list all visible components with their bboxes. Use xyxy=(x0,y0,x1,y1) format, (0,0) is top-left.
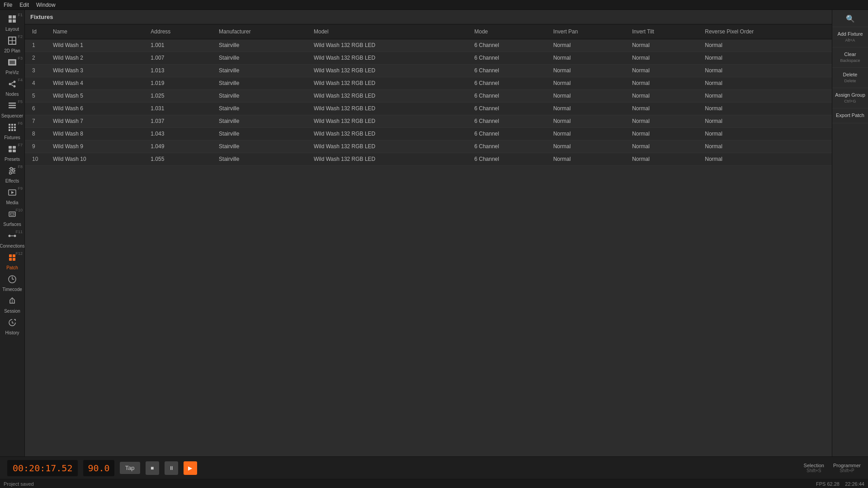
fkey-layout: F1 xyxy=(18,13,23,17)
col-header-model[interactable]: Model xyxy=(308,24,469,39)
sidebar-label-layout: Layout xyxy=(5,27,19,32)
menu-window[interactable]: Window xyxy=(36,2,56,8)
menu-edit[interactable]: Edit xyxy=(19,2,29,8)
cell-address: 1.043 xyxy=(145,127,213,140)
sidebar-label-timecode: Timecode xyxy=(2,287,22,292)
programmer-shortcut: Shift+P xyxy=(833,468,861,473)
col-header-invert-tilt[interactable]: Invert Tilt xyxy=(627,24,699,39)
add-fixture-button[interactable]: Add Fixture Alt+A xyxy=(832,27,868,47)
nodes-icon xyxy=(8,80,17,91)
col-header-name[interactable]: Name xyxy=(47,24,145,39)
cell-name: Wild Wash 8 xyxy=(47,127,145,140)
fkey-connections: F11 xyxy=(15,230,23,234)
sidebar-label-presets: Presets xyxy=(5,157,20,162)
sidebar-item-session[interactable]: Session xyxy=(0,294,24,315)
cell-invert-tilt: Normal xyxy=(627,39,699,52)
fps-time-text: FPS 62.28 22:26:44 xyxy=(816,481,864,487)
table-row[interactable]: 7 Wild Wash 7 1.037 Stairville Wild Wash… xyxy=(25,115,832,127)
sidebar-item-previz[interactable]: F3 PreViz xyxy=(0,55,24,77)
sidebar-item-patch[interactable]: F12 Patch xyxy=(0,250,24,272)
cell-address: 1.025 xyxy=(145,89,213,102)
table-row[interactable]: 6 Wild Wash 6 1.031 Stairville Wild Wash… xyxy=(25,102,832,115)
programmer-section[interactable]: Programmer Shift+P xyxy=(833,463,861,473)
cell-invert-tilt: Normal xyxy=(627,52,699,64)
cell-mode: 6 Channel xyxy=(469,140,547,153)
table-row[interactable]: 8 Wild Wash 8 1.043 Stairville Wild Wash… xyxy=(25,127,832,140)
svg-rect-22 xyxy=(14,127,16,128)
export-patch-label: Export Patch xyxy=(836,113,864,118)
cell-address: 1.013 xyxy=(145,64,213,77)
status-text: Project saved xyxy=(4,481,34,487)
table-row[interactable]: 9 Wild Wash 9 1.049 Stairville Wild Wash… xyxy=(25,140,832,153)
transport-bar: 00:20:17.52 90.0 Tap ■ ⏸ ▶ Selection Shi… xyxy=(0,456,868,479)
export-patch-button[interactable]: Export Patch xyxy=(832,108,868,123)
fkey-media: F9 xyxy=(18,186,23,191)
col-header-invert-pan[interactable]: Invert Pan xyxy=(548,24,627,39)
delete-shortcut: Delete xyxy=(834,79,866,84)
menu-file[interactable]: File xyxy=(4,2,12,8)
sidebar-item-history[interactable]: History xyxy=(0,315,24,337)
sidebar-item-sequencer[interactable]: F5 Sequencer xyxy=(0,99,24,120)
assign-group-label: Assign Group xyxy=(835,92,865,98)
fixtures-table: Id Name Address Manufacturer Model Mode … xyxy=(25,24,832,166)
sidebar-item-layout[interactable]: F1 Layout xyxy=(0,12,24,33)
col-header-id[interactable]: Id xyxy=(25,24,47,39)
assign-group-button[interactable]: Assign Group Ctrl+G xyxy=(832,88,868,108)
sequencer-icon xyxy=(8,101,17,113)
cell-id: 7 xyxy=(25,115,47,127)
search-button[interactable]: 🔍 xyxy=(832,12,868,27)
cell-address: 1.031 xyxy=(145,102,213,115)
cell-mode: 6 Channel xyxy=(469,89,547,102)
col-header-mode[interactable]: Mode xyxy=(469,24,547,39)
table-row[interactable]: 3 Wild Wash 3 1.013 Stairville Wild Wash… xyxy=(25,64,832,77)
svg-rect-2 xyxy=(9,19,12,23)
sidebar-item-media[interactable]: F9 Media xyxy=(0,185,24,207)
cell-manufacturer: Stairville xyxy=(213,64,308,77)
col-header-manufacturer[interactable]: Manufacturer xyxy=(213,24,308,39)
fkey-previz: F3 xyxy=(18,56,23,61)
cell-manufacturer: Stairville xyxy=(213,102,308,115)
clear-label: Clear xyxy=(844,52,856,57)
table-row[interactable]: 5 Wild Wash 5 1.025 Stairville Wild Wash… xyxy=(25,89,832,102)
table-row[interactable]: 4 Wild Wash 4 1.019 Stairville Wild Wash… xyxy=(25,77,832,89)
fixtures-table-container[interactable]: Id Name Address Manufacturer Model Mode … xyxy=(25,24,832,456)
cell-invert-tilt: Normal xyxy=(627,140,699,153)
sidebar-label-nodes: Nodes xyxy=(6,92,19,97)
sidebar-item-surfaces[interactable]: F10 Surfaces xyxy=(0,207,24,229)
cell-invert-tilt: Normal xyxy=(627,102,699,115)
pause-button[interactable]: ⏸ xyxy=(165,461,178,475)
play-button[interactable]: ▶ xyxy=(184,461,197,475)
svg-rect-18 xyxy=(11,124,13,126)
sidebar-label-connections: Connections xyxy=(0,244,25,249)
clear-button[interactable]: Clear Backspace xyxy=(832,47,868,68)
tap-button[interactable]: Tap xyxy=(120,462,140,474)
sidebar-item-fixtures[interactable]: F6 Fixtures xyxy=(0,120,24,142)
sidebar-item-nodes[interactable]: F4 Nodes xyxy=(0,77,24,99)
time-display: 22:26:44 xyxy=(845,481,864,487)
sidebar-label-session: Session xyxy=(4,309,20,314)
svg-rect-3 xyxy=(13,19,16,23)
svg-point-9 xyxy=(9,83,11,85)
cell-invert-tilt: Normal xyxy=(627,89,699,102)
cell-mode: 6 Channel xyxy=(469,153,547,165)
table-row[interactable]: 2 Wild Wash 2 1.007 Stairville Wild Wash… xyxy=(25,52,832,64)
sidebar-item-2dplan[interactable]: F2 2D Plan xyxy=(0,33,24,55)
fixtures-icon xyxy=(8,123,17,134)
cell-address: 1.019 xyxy=(145,77,213,89)
selection-section[interactable]: Selection Shift+S xyxy=(804,463,824,473)
col-header-address[interactable]: Address xyxy=(145,24,213,39)
cell-reverse-pixel-order: Normal xyxy=(699,115,832,127)
table-row[interactable]: 1 Wild Wash 1 1.001 Stairville Wild Wash… xyxy=(25,39,832,52)
stop-button[interactable]: ■ xyxy=(146,461,159,475)
content-area: Fixtures Id Name Address Manufacturer Mo… xyxy=(25,10,832,456)
sidebar-item-presets[interactable]: F7 Presets xyxy=(0,142,24,164)
sidebar-item-connections[interactable]: F11 Connections xyxy=(0,229,24,250)
cell-id: 9 xyxy=(25,140,47,153)
col-header-reverse-pixel-order[interactable]: Reverse Pixel Order xyxy=(699,24,832,39)
sidebar-item-effects[interactable]: F8 Effects xyxy=(0,164,24,185)
selection-shortcut: Shift+S xyxy=(804,468,824,473)
table-row[interactable]: 10 Wild Wash 10 1.055 Stairville Wild Wa… xyxy=(25,153,832,165)
sidebar-item-timecode[interactable]: Timecode xyxy=(0,272,24,294)
svg-rect-1 xyxy=(13,15,16,19)
delete-button[interactable]: Delete Delete xyxy=(832,68,868,88)
